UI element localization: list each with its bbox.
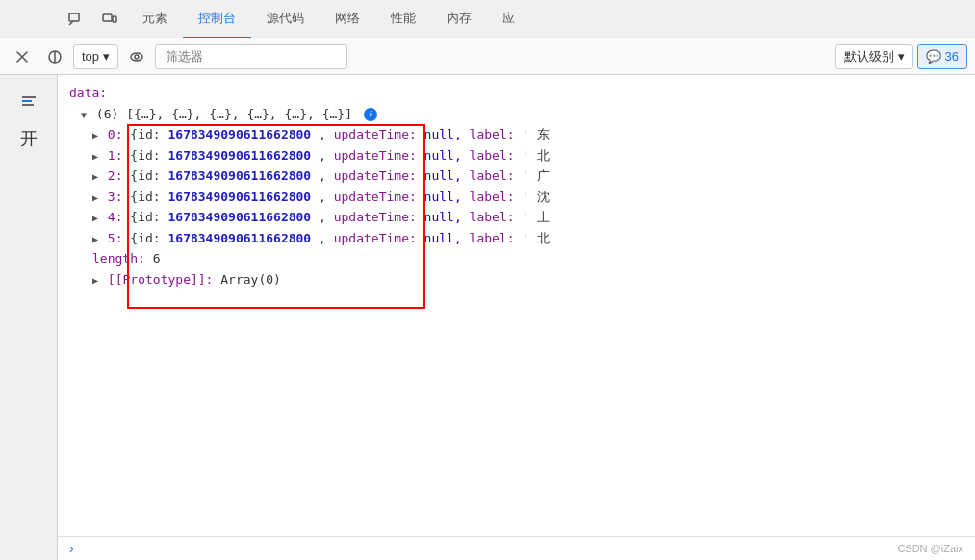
tab-elements[interactable]: 元素 xyxy=(127,0,183,38)
row-5-id: 1678349090611662800 xyxy=(167,231,311,245)
row-3-index: 3: xyxy=(108,190,123,204)
prototype-val-text: Array(0) xyxy=(220,272,281,287)
row-4[interactable]: 4: {id: 1678349090611662800 , updateTime… xyxy=(69,207,963,228)
row-2-comma: , xyxy=(319,168,334,183)
row-0-brace-open: {id: xyxy=(130,127,167,141)
row-1-id: 1678349090611662800 xyxy=(167,148,311,163)
top-nav-bar: 元素 控制台 源代码 网络 性能 内存 应 xyxy=(0,0,975,38)
array-line[interactable]: (6) [{…}, {…}, {…}, {…}, {…}, {…}] i xyxy=(69,104,963,125)
row-3-update: updateTime: xyxy=(334,190,417,204)
svg-rect-7 xyxy=(22,96,36,98)
tab-network[interactable]: 网络 xyxy=(320,0,375,38)
row-5[interactable]: 5: {id: 1678349090611662800 , updateTime… xyxy=(69,228,963,249)
level-label: 默认级别 xyxy=(844,48,894,65)
svg-point-6 xyxy=(135,55,139,59)
inspect-icon-btn[interactable] xyxy=(58,2,92,37)
row-4-label-key: label: xyxy=(470,210,515,224)
row-2-null: null, xyxy=(424,168,470,183)
row-5-arrow[interactable] xyxy=(92,234,98,244)
svg-point-5 xyxy=(131,53,142,61)
row-4-label-val: ' xyxy=(522,210,529,224)
row-4-id: 1678349090611662800 xyxy=(167,210,311,224)
dropdown-arrow-icon: ▾ xyxy=(103,49,110,64)
tab-memory[interactable]: 内存 xyxy=(431,0,487,38)
clear-console-btn[interactable] xyxy=(8,43,37,70)
row-2-id: 1678349090611662800 xyxy=(167,168,311,183)
row-3-id: 1678349090611662800 xyxy=(167,190,311,204)
row-3[interactable]: 3: {id: 1678349090611662800 , updateTime… xyxy=(69,187,963,208)
tab-application[interactable]: 应 xyxy=(487,0,530,38)
row-4-null: null, xyxy=(424,210,470,224)
row-3-label-key: label: xyxy=(470,190,515,204)
level-arrow-icon: ▾ xyxy=(898,49,905,64)
sidebar-open-label: 开 xyxy=(20,123,38,150)
message-count-badge[interactable]: 💬 36 xyxy=(917,44,967,69)
row-0-comma: , xyxy=(319,127,334,141)
svg-rect-9 xyxy=(22,104,34,106)
row-2-label-key: label: xyxy=(470,168,515,183)
row-0[interactable]: 0: {id: 1678349090611662800 , updateTime… xyxy=(69,124,963,145)
prototype-arrow[interactable] xyxy=(92,275,98,286)
console-prompt[interactable]: › xyxy=(58,536,975,560)
row-3-overflow: 沈 xyxy=(537,190,550,204)
info-icon: i xyxy=(364,108,377,121)
context-dropdown[interactable]: top ▾ xyxy=(73,44,118,69)
row-1-index: 1: xyxy=(108,148,123,163)
row-1-label-val: ' xyxy=(522,148,529,163)
row-1-arrow[interactable] xyxy=(92,151,98,162)
row-0-label-val: ' xyxy=(522,127,529,141)
row-2-update: updateTime: xyxy=(334,168,417,183)
filter-input[interactable] xyxy=(155,44,347,69)
row-0-overflow: 东 xyxy=(537,127,550,141)
row-2-arrow[interactable] xyxy=(92,171,98,182)
level-dropdown[interactable]: 默认级别 ▾ xyxy=(835,44,913,69)
row-1-null: null, xyxy=(424,148,470,163)
row-1-brace-open: {id: xyxy=(130,148,167,163)
row-3-label-val: ' xyxy=(522,190,529,204)
tab-sources[interactable]: 源代码 xyxy=(251,0,320,38)
row-5-label-val: ' xyxy=(522,231,529,245)
tab-performance[interactable]: 性能 xyxy=(375,0,431,38)
row-0-update: updateTime: xyxy=(334,127,417,141)
filter-btn[interactable] xyxy=(40,43,69,70)
row-1[interactable]: 1: {id: 1678349090611662800 , updateTime… xyxy=(69,145,963,166)
row-2-index: 2: xyxy=(108,168,123,183)
row-4-comma: , xyxy=(319,210,334,224)
row-3-comma: , xyxy=(319,190,334,204)
left-sidebar: 开 xyxy=(0,75,58,560)
prototype-line[interactable]: [[Prototype]]: Array(0) xyxy=(69,269,963,291)
array-expand-arrow[interactable] xyxy=(81,110,87,120)
row-2-brace-open: {id: xyxy=(130,168,167,183)
tab-console[interactable]: 控制台 xyxy=(183,0,251,38)
svg-rect-8 xyxy=(22,100,32,102)
message-count: 36 xyxy=(945,49,959,64)
row-0-null: null, xyxy=(424,127,470,141)
row-3-null: null, xyxy=(424,190,470,204)
row-0-arrow[interactable] xyxy=(92,130,98,140)
prompt-arrow-icon: › xyxy=(69,541,74,556)
sidebar-open-btn[interactable] xyxy=(8,83,50,119)
row-4-update: updateTime: xyxy=(334,210,417,224)
row-5-overflow: 北 xyxy=(537,231,550,245)
eye-icon-btn[interactable] xyxy=(122,43,151,70)
data-key: data: xyxy=(69,86,107,100)
console-output: data: (6) [{…}, {…}, {…}, {…}, {…}, {…}]… xyxy=(58,75,975,536)
row-2[interactable]: 2: {id: 1678349090611662800 , updateTime… xyxy=(69,165,963,187)
row-5-null: null, xyxy=(424,231,470,245)
row-2-label-val: ' xyxy=(522,168,529,183)
row-0-index: 0: xyxy=(108,127,123,141)
row-0-label-key: label: xyxy=(470,127,515,141)
row-3-arrow[interactable] xyxy=(92,192,98,203)
row-1-comma: , xyxy=(319,148,334,163)
row-4-arrow[interactable] xyxy=(92,213,98,223)
watermark: CSDN @iZaix xyxy=(897,543,963,554)
row-1-label-key: label: xyxy=(470,148,515,163)
device-toggle-btn[interactable] xyxy=(92,2,127,37)
row-5-brace-open: {id: xyxy=(130,231,167,245)
length-key: length: xyxy=(92,251,145,266)
svg-rect-2 xyxy=(113,16,116,22)
console-toolbar: top ▾ 默认级别 ▾ 💬 36 xyxy=(0,38,975,75)
row-1-overflow: 北 xyxy=(537,148,550,163)
length-num: 6 xyxy=(153,251,161,266)
rows-wrapper: 0: {id: 1678349090611662800 , updateTime… xyxy=(69,124,963,248)
